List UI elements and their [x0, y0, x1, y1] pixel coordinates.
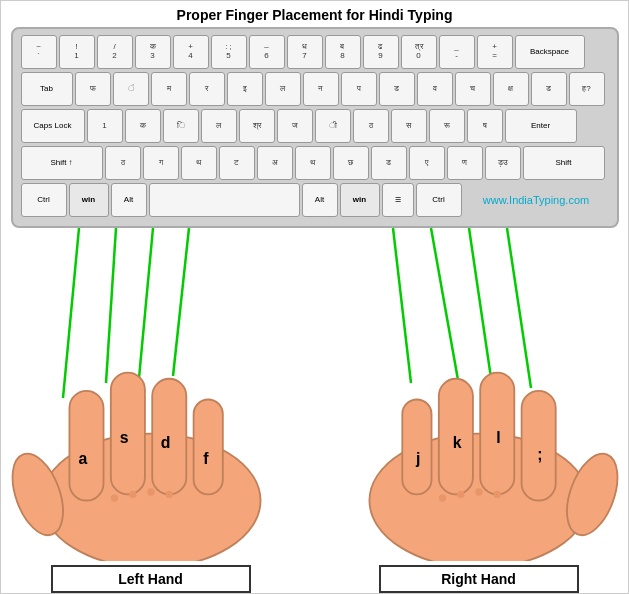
key-v[interactable]: ट: [219, 146, 255, 180]
svg-text:j: j: [414, 450, 419, 467]
svg-point-20: [147, 488, 154, 495]
key-d[interactable]: ि: [163, 109, 199, 143]
svg-point-35: [493, 490, 500, 497]
key-r[interactable]: र: [189, 72, 225, 106]
key-capslock[interactable]: Caps Lock: [21, 109, 85, 143]
key-t[interactable]: इ: [227, 72, 263, 106]
key-win-left[interactable]: win: [69, 183, 109, 217]
key-shift-right[interactable]: Shift: [523, 146, 605, 180]
svg-text:f: f: [203, 450, 209, 467]
key-period[interactable]: ए: [409, 146, 445, 180]
key-a[interactable]: 1: [87, 109, 123, 143]
key-extra[interactable]: ह?: [569, 72, 605, 106]
left-hand-section: a s d f Left Hand: [11, 324, 291, 593]
key-comma[interactable]: ड: [371, 146, 407, 180]
svg-text:;: ;: [537, 446, 542, 463]
key-4[interactable]: +4: [173, 35, 209, 69]
key-z[interactable]: ठ: [105, 146, 141, 180]
svg-text:l: l: [496, 429, 500, 446]
key-enter[interactable]: Enter: [505, 109, 577, 143]
key-1[interactable]: !1: [59, 35, 95, 69]
svg-point-32: [438, 494, 445, 501]
key-win-right[interactable]: win: [340, 183, 380, 217]
key-minus[interactable]: _-: [439, 35, 475, 69]
key-c[interactable]: थ: [181, 146, 217, 180]
left-hand-label: Left Hand: [51, 565, 251, 593]
key-g[interactable]: श्र: [239, 109, 275, 143]
left-hand-svg: a s d f: [11, 324, 291, 561]
key-y[interactable]: ल: [265, 72, 301, 106]
right-hand-section: j k l ; Right Hand: [339, 324, 619, 593]
key-l[interactable]: स: [391, 109, 427, 143]
svg-rect-24: [402, 399, 431, 494]
svg-text:k: k: [452, 434, 461, 451]
right-hand-label: Right Hand: [379, 565, 579, 593]
key-3[interactable]: क3: [135, 35, 171, 69]
svg-point-34: [475, 488, 482, 495]
key-shift-left[interactable]: Shift ↑: [21, 146, 103, 180]
key-backtick[interactable]: ~`: [21, 35, 57, 69]
page-title: Proper Finger Placement for Hindi Typing: [177, 1, 453, 27]
key-bracket-r[interactable]: क्ष: [493, 72, 529, 106]
keyboard-row-5: Ctrl win Alt Alt win ☰ Ctrl www.IndiaTyp…: [21, 183, 609, 217]
key-0[interactable]: त्र0: [401, 35, 437, 69]
keyboard-row-1: ~` !1 /2 क3 +4 : ;5 –6 ध7 ब8 ढ9 त्र0 _- …: [21, 35, 609, 69]
key-m[interactable]: छ: [333, 146, 369, 180]
svg-point-18: [110, 494, 117, 501]
main-container: Proper Finger Placement for Hindi Typing…: [0, 0, 629, 594]
key-7[interactable]: ध7: [287, 35, 323, 69]
right-hand-svg: j k l ;: [339, 324, 619, 561]
key-equals[interactable]: +=: [477, 35, 513, 69]
key-alt-right[interactable]: Alt: [302, 183, 338, 217]
svg-point-33: [457, 490, 464, 497]
key-o[interactable]: ड: [379, 72, 415, 106]
key-j[interactable]: ी: [315, 109, 351, 143]
key-shift-extra[interactable]: ड़उ: [485, 146, 521, 180]
key-k[interactable]: ठ: [353, 109, 389, 143]
key-9[interactable]: ढ9: [363, 35, 399, 69]
key-alt-left[interactable]: Alt: [111, 183, 147, 217]
key-semicolon[interactable]: रू: [429, 109, 465, 143]
key-5[interactable]: : ;5: [211, 35, 247, 69]
svg-text:d: d: [160, 434, 170, 451]
svg-text:s: s: [119, 429, 128, 446]
key-u[interactable]: न: [303, 72, 339, 106]
svg-rect-13: [193, 399, 222, 494]
key-f[interactable]: ल: [201, 109, 237, 143]
key-h[interactable]: ज: [277, 109, 313, 143]
key-q[interactable]: फ: [75, 72, 111, 106]
svg-rect-10: [69, 391, 103, 501]
keyboard-row-3: Caps Lock 1 क ि ल श्र ज ी ठ स रू ष Enter: [21, 109, 609, 143]
website-label: www.IndiaTyping.com: [464, 194, 609, 206]
key-w[interactable]: ं: [113, 72, 149, 106]
key-backslash[interactable]: ड: [531, 72, 567, 106]
keyboard: ~` !1 /2 क3 +4 : ;5 –6 ध7 ब8 ढ9 त्र0 _- …: [11, 27, 619, 228]
svg-point-19: [129, 490, 136, 497]
key-8[interactable]: ब8: [325, 35, 361, 69]
keyboard-row-4: Shift ↑ ठ ग थ ट अ थ छ ड ए ण ड़उ Shift: [21, 146, 609, 180]
key-space[interactable]: [149, 183, 300, 217]
key-i[interactable]: प: [341, 72, 377, 106]
key-b[interactable]: अ: [257, 146, 293, 180]
key-quote[interactable]: ष: [467, 109, 503, 143]
key-ctrl-right[interactable]: Ctrl: [416, 183, 462, 217]
key-e[interactable]: म: [151, 72, 187, 106]
svg-text:a: a: [78, 450, 87, 467]
svg-point-21: [165, 490, 172, 497]
key-tab[interactable]: Tab: [21, 72, 73, 106]
key-slash[interactable]: ण: [447, 146, 483, 180]
key-bracket-l[interactable]: च: [455, 72, 491, 106]
keyboard-row-2: Tab फ ं म र इ ल न प ड व च क्ष ड ह?: [21, 72, 609, 106]
key-n[interactable]: थ: [295, 146, 331, 180]
key-backspace[interactable]: Backspace: [515, 35, 585, 69]
key-p[interactable]: व: [417, 72, 453, 106]
key-6[interactable]: –6: [249, 35, 285, 69]
key-ctrl-left[interactable]: Ctrl: [21, 183, 67, 217]
key-menu[interactable]: ☰: [382, 183, 414, 217]
key-s[interactable]: क: [125, 109, 161, 143]
key-2[interactable]: /2: [97, 35, 133, 69]
key-x[interactable]: ग: [143, 146, 179, 180]
